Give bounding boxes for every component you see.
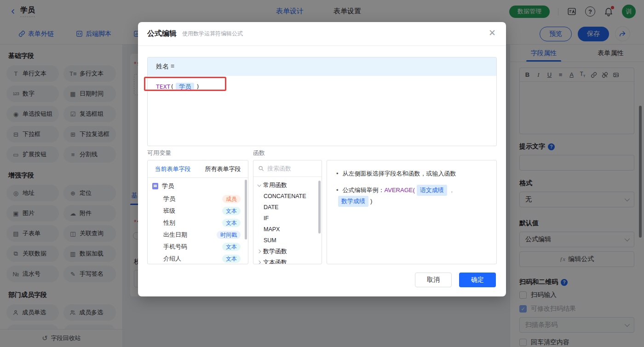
chevron-expanded-icon xyxy=(257,183,261,187)
formula-editor: 姓名 = TEXT(学员) xyxy=(147,57,497,146)
function-item[interactable]: MAPX xyxy=(253,224,322,235)
function-item[interactable]: IF xyxy=(253,213,322,224)
variables-label: 可用变量 xyxy=(147,149,171,157)
functions-panel: 常用函数 CONCATENATE DATE IF MAPX SUM 数学函数 文… xyxy=(253,160,322,264)
function-group-math[interactable]: 数学函数 xyxy=(253,246,322,257)
example-function: AVERAGE( xyxy=(385,185,415,195)
type-badge: 文本 xyxy=(222,219,241,227)
confirm-button[interactable]: 确定 xyxy=(459,273,496,287)
close-icon[interactable]: ✕ xyxy=(489,28,496,37)
function-item[interactable]: SUM xyxy=(253,235,322,246)
variable-row[interactable]: 介绍人文本 xyxy=(148,253,248,264)
app-screen: 学员 表单设计 表单设置 数据管理 ? 训 表单外链 后端 xyxy=(0,0,644,347)
type-badge: 文本 xyxy=(222,207,241,215)
form-doc-icon xyxy=(152,183,158,189)
function-search xyxy=(253,160,322,177)
modal-header: 公式编辑 使用数学运算符编辑公式 xyxy=(138,22,506,46)
help-line-1: • 从左侧面板选择字段名和函数，或输入函数 xyxy=(336,169,487,179)
function-item[interactable]: CONCATENATE xyxy=(253,191,322,202)
formula-help-panel: • 从左侧面板选择字段名和函数，或输入函数 • 公式编辑举例：AVERAGE(语… xyxy=(327,160,497,264)
search-icon xyxy=(258,165,264,171)
type-badge: 时间戳 xyxy=(217,231,241,239)
formula-editor-modal: 公式编辑 使用数学运算符编辑公式 ✕ 姓名 = TEXT(学员) 可用变量 当前… xyxy=(138,22,506,296)
function-group-common[interactable]: 常用函数 xyxy=(253,180,322,191)
field-chip[interactable]: 学员 xyxy=(176,83,194,91)
variable-row[interactable]: 性别文本 xyxy=(148,217,248,229)
formula-target: 姓名 = xyxy=(148,57,496,76)
variable-row[interactable]: 学员成员 xyxy=(148,193,248,205)
function-search-input[interactable] xyxy=(267,165,313,172)
function-item[interactable]: DATE xyxy=(253,202,322,213)
variables-scrollbar[interactable] xyxy=(245,180,247,239)
modal-title: 公式编辑 xyxy=(147,29,177,39)
example-chip: 数学成绩 xyxy=(338,196,368,207)
function-group-text[interactable]: 文本函数 xyxy=(253,257,322,264)
functions-label: 函数 xyxy=(253,149,265,157)
cancel-button[interactable]: 取消 xyxy=(415,273,452,287)
type-badge: 文本 xyxy=(222,255,241,263)
variable-row[interactable]: 手机号码文本 xyxy=(148,241,248,253)
help-line-2: • 公式编辑举例：AVERAGE(语文成绩，数学成绩) xyxy=(336,185,487,207)
modal-subtitle: 使用数学运算符编辑公式 xyxy=(182,30,243,38)
variable-row[interactable]: 班级文本 xyxy=(148,205,248,217)
variables-panel: 当前表单字段 所有表单字段 学员 学员成员 班级文本 性别文本 出生日期时间戳 … xyxy=(147,160,248,264)
variables-tree-root[interactable]: 学员 xyxy=(148,179,248,193)
type-badge: 成员 xyxy=(222,195,241,203)
functions-scrollbar[interactable] xyxy=(318,181,321,233)
type-badge: 文本 xyxy=(222,243,241,251)
chevron-collapsed-icon xyxy=(257,261,261,264)
tab-all-form-fields[interactable]: 所有表单字段 xyxy=(198,160,248,177)
tab-current-form-fields[interactable]: 当前表单字段 xyxy=(148,160,198,177)
chevron-collapsed-icon xyxy=(257,250,261,253)
formula-function: TEXT xyxy=(156,83,170,90)
formula-expression[interactable]: TEXT(学员) xyxy=(148,76,496,98)
example-chip: 语文成绩 xyxy=(417,185,447,196)
variable-row[interactable]: 出生日期时间戳 xyxy=(148,229,248,241)
